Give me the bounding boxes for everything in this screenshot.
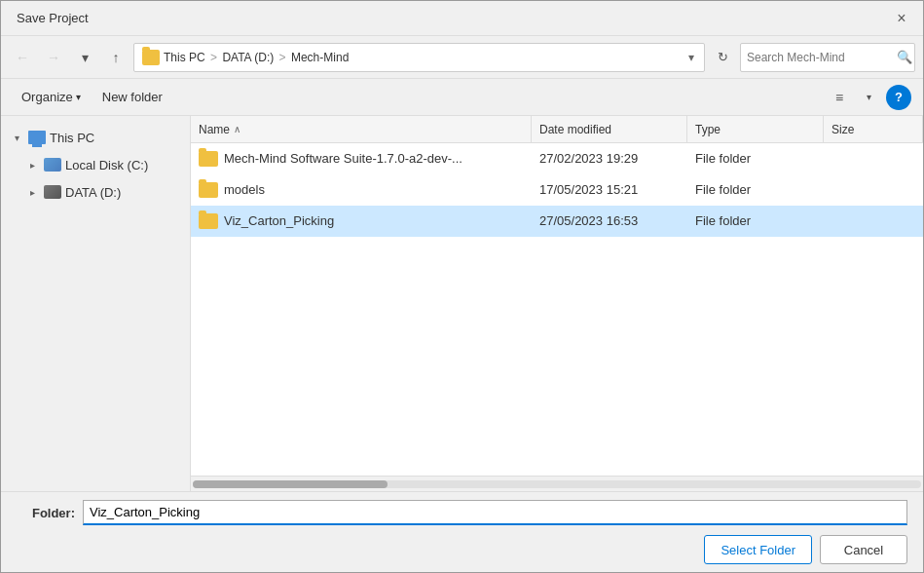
drive-d-icon xyxy=(44,185,61,199)
sort-indicator: ∧ xyxy=(234,124,240,134)
close-button[interactable]: × xyxy=(888,5,915,32)
pc-icon xyxy=(28,131,46,144)
h-scrollbar-track xyxy=(193,480,921,488)
dialog-title: Save Project xyxy=(17,11,89,25)
file-cell-date: 27/02/2023 19:29 xyxy=(532,143,687,173)
nav-bar: ← → ▾ ↑ This PC > DATA (D:) > Mech-Mind … xyxy=(1,36,923,79)
search-input[interactable] xyxy=(747,51,893,64)
file-cell-type: File folder xyxy=(687,143,824,173)
save-project-dialog: Save Project × ← → ▾ ↑ This PC > DATA (D… xyxy=(0,0,924,573)
path-data-d[interactable]: DATA (D:) xyxy=(222,51,274,64)
tree-item-local-disk-c[interactable]: ▸ Local Disk (C:) xyxy=(1,151,190,178)
file-cell-name: Viz_Carton_Picking xyxy=(191,206,532,236)
bottom-bar: Folder: Select Folder Cancel xyxy=(1,491,923,572)
address-bar[interactable]: This PC > DATA (D:) > Mech-Mind ▾ xyxy=(133,43,705,72)
tree-label-thispc: This PC xyxy=(50,131,94,145)
view-list-button[interactable]: ≡ xyxy=(826,85,853,110)
search-bar: 🔍 xyxy=(740,43,915,72)
file-cell-name: Mech-Mind Software Suite-1.7.0-a2-dev-..… xyxy=(191,143,532,173)
path-thispc[interactable]: This PC xyxy=(164,51,205,64)
back-button[interactable]: ← xyxy=(9,44,36,71)
expander-local-disk-c[interactable]: ▸ xyxy=(24,157,40,172)
col-header-size[interactable]: Size xyxy=(824,116,923,142)
tree-item-data-d[interactable]: ▸ DATA (D:) xyxy=(1,178,190,206)
path-mechmind[interactable]: Mech-Mind xyxy=(291,51,349,64)
organize-label: Organize xyxy=(21,90,73,104)
main-content: ▾ This PC ▸ Local Disk (C:) ▸ DATA (D:) … xyxy=(1,116,923,491)
file-name: models xyxy=(224,182,265,197)
folder-icon xyxy=(199,151,218,167)
title-bar: Save Project × xyxy=(1,1,923,36)
view-list-icon: ≡ xyxy=(835,90,843,105)
folder-input[interactable] xyxy=(83,500,907,525)
address-path: This PC > DATA (D:) > Mech-Mind xyxy=(164,51,683,64)
file-rows: Mech-Mind Software Suite-1.7.0-a2-dev-..… xyxy=(191,143,923,476)
left-panel: ▾ This PC ▸ Local Disk (C:) ▸ DATA (D:) xyxy=(1,116,191,491)
folder-icon xyxy=(199,213,218,229)
forward-button[interactable]: → xyxy=(40,44,67,71)
organize-chevron-icon: ▾ xyxy=(76,92,81,102)
btn-row: Select Folder Cancel xyxy=(17,535,907,564)
file-cell-name: models xyxy=(191,174,532,205)
select-folder-button[interactable]: Select Folder xyxy=(704,535,812,564)
view-buttons: ≡ ▾ xyxy=(826,85,882,110)
file-cell-date: 27/05/2023 16:53 xyxy=(532,206,687,236)
search-icon: 🔍 xyxy=(897,50,912,64)
drive-c-icon xyxy=(44,158,61,172)
up-button[interactable]: ↑ xyxy=(102,44,129,71)
file-cell-size xyxy=(824,206,923,236)
dropdown-button[interactable]: ▾ xyxy=(71,44,98,71)
view-chevron-button[interactable]: ▾ xyxy=(855,85,882,110)
file-cell-size xyxy=(824,143,923,173)
refresh-button[interactable]: ↻ xyxy=(709,44,736,71)
col-header-name[interactable]: Name ∧ xyxy=(191,116,532,142)
col-header-type[interactable]: Type xyxy=(687,116,824,142)
folder-label: Folder: xyxy=(17,506,75,520)
file-row[interactable]: models 17/05/2023 15:21 File folder xyxy=(191,174,923,206)
tree-item-thispc[interactable]: ▾ This PC xyxy=(1,124,190,151)
file-cell-type: File folder xyxy=(687,174,824,205)
view-chevron-icon: ▾ xyxy=(867,92,871,102)
folder-row: Folder: xyxy=(17,500,907,525)
organize-button[interactable]: Organize ▾ xyxy=(13,85,90,110)
new-folder-label: New folder xyxy=(102,90,163,104)
file-cell-size xyxy=(824,174,923,205)
new-folder-button[interactable]: New folder xyxy=(93,85,171,110)
col-header-date[interactable]: Date modified xyxy=(532,116,687,142)
toolbar: Organize ▾ New folder ≡ ▾ ? xyxy=(1,79,923,116)
file-cell-type: File folder xyxy=(687,206,824,236)
tree-label-data-d: DATA (D:) xyxy=(65,185,121,200)
h-scrollbar-thumb[interactable] xyxy=(193,480,388,488)
expander-data-d[interactable]: ▸ xyxy=(24,184,40,200)
file-name: Mech-Mind Software Suite-1.7.0-a2-dev-..… xyxy=(224,151,462,166)
file-list-header: Name ∧ Date modified Type Size xyxy=(191,116,923,143)
help-icon: ? xyxy=(895,90,903,104)
help-button[interactable]: ? xyxy=(886,85,911,110)
file-name: Viz_Carton_Picking xyxy=(224,213,334,228)
tree-label-local-disk-c: Local Disk (C:) xyxy=(65,158,148,172)
right-panel: Name ∧ Date modified Type Size Mech-Mind… xyxy=(191,116,923,491)
h-scrollbar[interactable] xyxy=(191,476,923,491)
file-cell-date: 17/05/2023 15:21 xyxy=(532,174,687,205)
cancel-button[interactable]: Cancel xyxy=(820,535,907,564)
address-chevron-icon[interactable]: ▾ xyxy=(686,49,696,66)
folder-icon xyxy=(199,182,218,198)
file-row[interactable]: Mech-Mind Software Suite-1.7.0-a2-dev-..… xyxy=(191,143,923,174)
file-row[interactable]: Viz_Carton_Picking 27/05/2023 16:53 File… xyxy=(191,206,923,237)
address-folder-icon xyxy=(142,50,160,65)
expander-thispc[interactable]: ▾ xyxy=(9,130,24,145)
